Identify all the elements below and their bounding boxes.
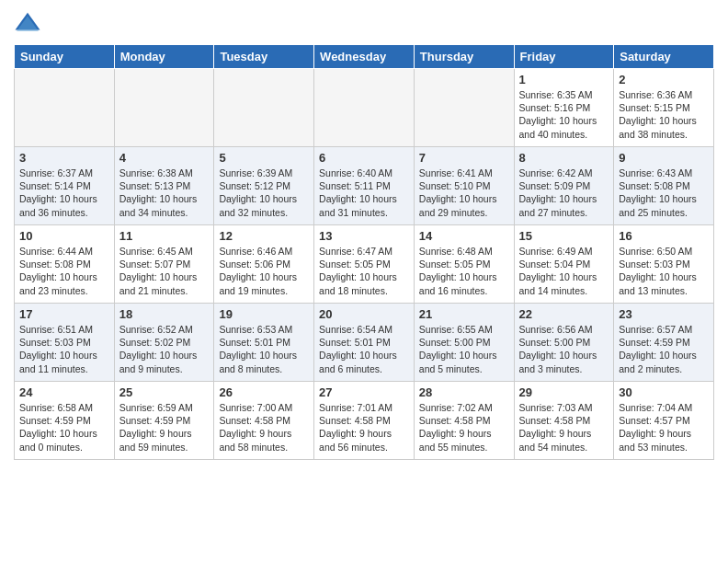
cell-info: Sunrise: 6:51 AM	[19, 323, 109, 336]
cell-info: Sunrise: 7:00 AM	[219, 401, 309, 414]
cell-info: Sunset: 5:10 PM	[419, 179, 509, 192]
calendar-cell: 29Sunrise: 7:03 AMSunset: 4:58 PMDayligh…	[514, 382, 614, 460]
calendar-cell: 4Sunrise: 6:38 AMSunset: 5:13 PMDaylight…	[114, 147, 214, 225]
day-number: 4	[119, 151, 210, 165]
cell-info: Sunrise: 6:41 AM	[419, 167, 509, 179]
cell-info: Sunset: 5:08 PM	[19, 258, 109, 270]
cell-info: Daylight: 10 hours and 40 minutes.	[519, 114, 609, 140]
cell-info: Sunrise: 7:02 AM	[419, 401, 509, 414]
cell-info: Sunrise: 6:40 AM	[319, 167, 409, 179]
day-number: 20	[319, 307, 409, 321]
cell-info: Sunrise: 6:36 AM	[619, 88, 709, 101]
day-number: 6	[319, 151, 409, 165]
calendar-cell: 28Sunrise: 7:02 AMSunset: 4:58 PMDayligh…	[414, 382, 514, 460]
cell-info: Sunrise: 7:01 AM	[319, 401, 409, 414]
cell-info: Daylight: 10 hours and 21 minutes.	[119, 270, 210, 296]
cell-info: Daylight: 10 hours and 23 minutes.	[19, 270, 109, 296]
calendar-week-row: 10Sunrise: 6:44 AMSunset: 5:08 PMDayligh…	[15, 225, 714, 304]
day-number: 1	[519, 73, 609, 86]
calendar-week-row: 17Sunrise: 6:51 AMSunset: 5:03 PMDayligh…	[15, 304, 714, 382]
cell-info: Sunset: 4:59 PM	[19, 414, 109, 427]
day-number: 30	[619, 385, 709, 399]
cell-info: Sunset: 4:57 PM	[619, 414, 709, 427]
day-number: 5	[219, 151, 309, 165]
cell-info: Daylight: 9 hours and 54 minutes.	[519, 427, 609, 453]
day-number: 16	[619, 229, 709, 243]
day-number: 15	[519, 229, 609, 243]
cell-info: Sunset: 4:58 PM	[319, 414, 409, 427]
day-number: 18	[119, 307, 210, 321]
cell-info: Daylight: 10 hours and 31 minutes.	[319, 192, 409, 218]
cell-info: Daylight: 9 hours and 55 minutes.	[419, 427, 509, 453]
cell-info: Daylight: 10 hours and 9 minutes.	[119, 349, 210, 374]
cell-info: Sunset: 5:05 PM	[419, 258, 509, 270]
cell-info: Daylight: 10 hours and 18 minutes.	[319, 270, 409, 296]
calendar-cell: 24Sunrise: 6:58 AMSunset: 4:59 PMDayligh…	[15, 382, 115, 460]
cell-info: Sunset: 5:06 PM	[219, 258, 309, 270]
calendar-cell: 3Sunrise: 6:37 AMSunset: 5:14 PMDaylight…	[15, 147, 115, 225]
cell-info: Sunset: 5:13 PM	[119, 179, 210, 192]
calendar-cell: 20Sunrise: 6:54 AMSunset: 5:01 PMDayligh…	[314, 304, 415, 382]
col-header-monday: Monday	[114, 45, 214, 69]
cell-info: Sunrise: 6:39 AM	[219, 167, 309, 179]
cell-info: Daylight: 9 hours and 56 minutes.	[319, 427, 409, 453]
calendar-cell: 9Sunrise: 6:43 AMSunset: 5:08 PMDaylight…	[614, 147, 714, 225]
day-number: 7	[419, 151, 509, 165]
cell-info: Sunrise: 6:42 AM	[519, 167, 609, 179]
cell-info: Sunrise: 6:44 AM	[19, 245, 109, 258]
cell-info: Sunrise: 6:58 AM	[19, 401, 109, 414]
cell-info: Sunset: 5:14 PM	[19, 179, 109, 192]
calendar-week-row: 1Sunrise: 6:35 AMSunset: 5:16 PMDaylight…	[15, 69, 714, 147]
cell-info: Sunset: 4:58 PM	[219, 414, 309, 427]
calendar-cell	[314, 69, 415, 147]
calendar-cell	[214, 69, 314, 147]
calendar-table: SundayMondayTuesdayWednesdayThursdayFrid…	[14, 44, 714, 460]
day-number: 28	[419, 385, 509, 399]
cell-info: Sunset: 5:02 PM	[119, 336, 210, 349]
cell-info: Sunrise: 6:52 AM	[119, 323, 210, 336]
calendar-cell: 26Sunrise: 7:00 AMSunset: 4:58 PMDayligh…	[214, 382, 314, 460]
logo	[14, 9, 43, 37]
cell-info: Sunset: 5:03 PM	[19, 336, 109, 349]
calendar-cell: 17Sunrise: 6:51 AMSunset: 5:03 PMDayligh…	[15, 304, 115, 382]
cell-info: Sunrise: 6:37 AM	[19, 167, 109, 179]
calendar-cell: 30Sunrise: 7:04 AMSunset: 4:57 PMDayligh…	[614, 382, 714, 460]
col-header-friday: Friday	[514, 45, 614, 69]
cell-info: Sunrise: 6:49 AM	[519, 245, 609, 258]
cell-info: Daylight: 10 hours and 13 minutes.	[619, 270, 709, 296]
cell-info: Daylight: 10 hours and 0 minutes.	[19, 427, 109, 453]
cell-info: Sunset: 5:15 PM	[619, 101, 709, 114]
calendar-cell: 8Sunrise: 6:42 AMSunset: 5:09 PMDaylight…	[514, 147, 614, 225]
calendar-cell: 25Sunrise: 6:59 AMSunset: 4:59 PMDayligh…	[114, 382, 214, 460]
cell-info: Daylight: 10 hours and 11 minutes.	[19, 349, 109, 374]
calendar-cell	[414, 69, 514, 147]
cell-info: Daylight: 10 hours and 36 minutes.	[19, 192, 109, 218]
cell-info: Daylight: 10 hours and 19 minutes.	[219, 270, 309, 296]
calendar-cell: 14Sunrise: 6:48 AMSunset: 5:05 PMDayligh…	[414, 225, 514, 304]
cell-info: Daylight: 10 hours and 25 minutes.	[619, 192, 709, 218]
cell-info: Sunset: 4:59 PM	[119, 414, 210, 427]
calendar-week-row: 24Sunrise: 6:58 AMSunset: 4:59 PMDayligh…	[15, 382, 714, 460]
cell-info: Daylight: 10 hours and 34 minutes.	[119, 192, 210, 218]
cell-info: Sunrise: 6:48 AM	[419, 245, 509, 258]
col-header-thursday: Thursday	[414, 45, 514, 69]
cell-info: Sunrise: 6:47 AM	[319, 245, 409, 258]
cell-info: Daylight: 9 hours and 53 minutes.	[619, 427, 709, 453]
day-number: 2	[619, 73, 709, 86]
cell-info: Sunset: 4:58 PM	[519, 414, 609, 427]
calendar-cell: 13Sunrise: 6:47 AMSunset: 5:05 PMDayligh…	[314, 225, 415, 304]
calendar-cell: 2Sunrise: 6:36 AMSunset: 5:15 PMDaylight…	[614, 69, 714, 147]
cell-info: Sunrise: 6:55 AM	[419, 323, 509, 336]
calendar-cell: 21Sunrise: 6:55 AMSunset: 5:00 PMDayligh…	[414, 304, 514, 382]
day-number: 13	[319, 229, 409, 243]
cell-info: Daylight: 10 hours and 3 minutes.	[519, 349, 609, 374]
cell-info: Sunset: 5:04 PM	[519, 258, 609, 270]
cell-info: Sunset: 5:12 PM	[219, 179, 309, 192]
calendar-cell	[15, 69, 115, 147]
logo-icon	[14, 9, 41, 37]
cell-info: Sunset: 5:03 PM	[619, 258, 709, 270]
cell-info: Sunset: 4:59 PM	[619, 336, 709, 349]
day-number: 26	[219, 385, 309, 399]
cell-info: Sunset: 5:11 PM	[319, 179, 409, 192]
cell-info: Sunset: 4:58 PM	[419, 414, 509, 427]
